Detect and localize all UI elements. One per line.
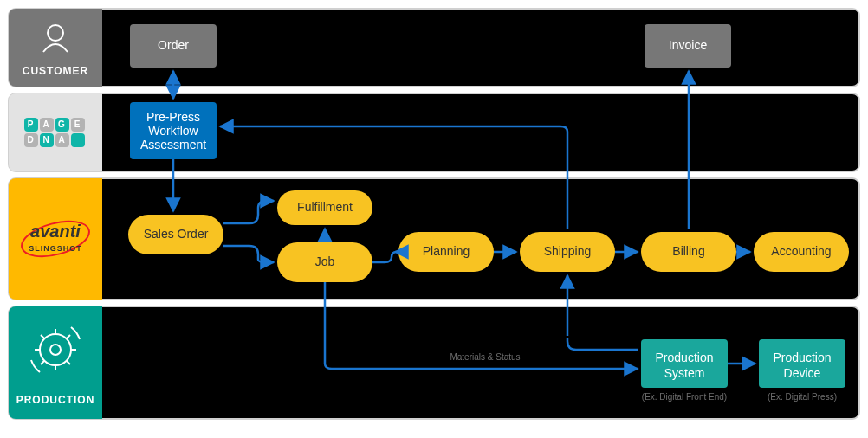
svg-rect-30 [95,306,102,419]
svg-rect-10 [71,133,85,147]
svg-text:Sales Order: Sales Order [144,227,209,241]
svg-text:P: P [28,119,36,129]
svg-text:Job: Job [315,254,335,268]
node-billing: Billing [641,232,736,272]
svg-text:Workflow: Workflow [148,124,198,138]
svg-text:Device: Device [784,366,821,380]
svg-text:Accounting: Accounting [771,244,831,258]
node-shipping: Shipping [520,232,615,272]
svg-text:N: N [42,135,50,145]
svg-rect-24 [95,178,102,300]
svg-text:A: A [58,135,66,145]
node-order: Order [130,24,217,68]
svg-text:Fulfillment: Fulfillment [297,200,353,214]
svg-text:Order: Order [158,38,189,52]
node-fulfillment: Fulfillment [277,190,372,225]
svg-rect-5 [9,93,102,171]
node-prepress: Pre-Press Workflow Assessment [130,102,217,159]
svg-text:D: D [27,135,35,145]
node-production-system: Production System (Ex. Digital Front End… [641,339,728,402]
svg-text:Assessment: Assessment [140,138,206,151]
svg-text:System: System [664,366,705,380]
lane-production-label: PRODUCTION [16,394,95,406]
svg-rect-6 [95,93,102,171]
svg-text:SLINGSHOT: SLINGSHOT [29,244,82,253]
svg-text:Billing: Billing [672,244,704,258]
svg-text:Production: Production [774,351,832,364]
node-sales-order: Sales Order [128,215,223,254]
node-planning: Planning [398,232,494,272]
node-job: Job [277,242,372,282]
svg-text:Invoice: Invoice [669,38,708,52]
lane-customer-label: CUSTOMER [23,65,88,77]
caption-materials-status: Materials & Status [450,352,520,362]
svg-text:Production: Production [656,351,714,364]
caption-ex-dfe: (Ex. Digital Front End) [642,392,727,402]
svg-text:Planning: Planning [423,244,470,258]
svg-text:A: A [42,119,50,129]
node-accounting: Accounting [754,232,849,272]
svg-text:Shipping: Shipping [544,244,592,258]
svg-text:E: E [74,119,82,129]
svg-text:avanti: avanti [30,222,81,241]
svg-text:Pre-Press: Pre-Press [146,110,200,124]
svg-rect-2 [95,9,102,87]
node-invoice: Invoice [645,24,731,68]
caption-ex-press: (Ex. Digital Press) [768,392,837,402]
svg-text:G: G [58,119,67,129]
node-production-device: Production Device (Ex. Digital Press) [759,339,845,402]
